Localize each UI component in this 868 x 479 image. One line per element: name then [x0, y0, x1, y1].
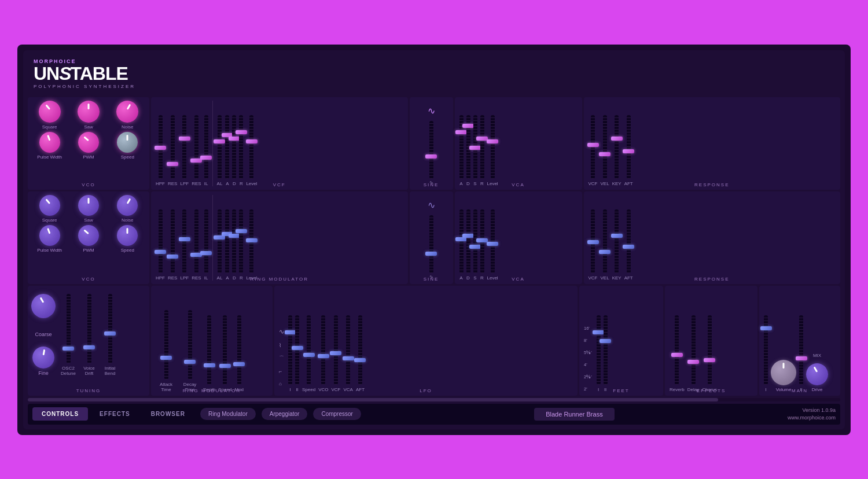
vco-saw-label: Saw	[84, 124, 93, 130]
vcf-level-fader: Level	[246, 115, 257, 186]
vco2-speed-knob[interactable]	[117, 225, 138, 246]
vca-row2-label: VCA	[455, 277, 582, 282]
response-row2-label: RESPONSE	[584, 277, 841, 282]
ringmod-section: Attack Time Decay Time Dep	[151, 286, 273, 396]
vco2-square-knob[interactable]	[39, 195, 60, 216]
vco2-pw-knob-item: Pulse Width	[31, 225, 68, 253]
vco-saw-knob-item: Saw	[70, 101, 106, 130]
vcf2-a-fader: A	[225, 209, 229, 281]
ringmod-speed-fader: Speed	[218, 315, 231, 392]
lfo-rand-sym: ⌂	[279, 381, 287, 386]
vco2-noise-knob[interactable]	[117, 195, 138, 216]
vca-d-fader: D	[466, 115, 470, 186]
drive-knob[interactable]	[806, 363, 828, 385]
vco-row2: Square Saw Noise Pulse Width	[28, 191, 149, 284]
vco-speed-knob-item: Speed	[109, 132, 146, 160]
resp-vcf-fader: VCF	[589, 115, 598, 186]
vco-pw-label: Pulse Width	[37, 154, 62, 160]
vca2-s-fader: S	[473, 209, 477, 281]
tuning-voice-fader: Voice Drift	[80, 294, 98, 376]
vcf-res1-fader: RES	[168, 115, 177, 186]
tuning-osc2-fader: OSC2 Detune	[59, 294, 78, 376]
vco-pwm-knob[interactable]	[78, 132, 99, 153]
vco2-square-label: Square	[42, 218, 57, 223]
vco2-pwm-label: PWM	[83, 248, 94, 253]
vco-square-knob[interactable]	[39, 101, 61, 123]
footer: CONTROLS EFFECTS BROWSER Ring Modulator …	[28, 404, 840, 425]
vco-noise-knob[interactable]	[116, 101, 138, 123]
pill-comp[interactable]: Compressor	[313, 408, 361, 420]
feet-2h-label: 2⅔'	[584, 374, 592, 379]
feet-4-label: 4'	[584, 362, 592, 367]
vcf-hpf-fader: HPF	[156, 115, 165, 186]
tab-browser[interactable]: BROWSER	[142, 407, 194, 421]
vcf-row2-label: RING MODULATOR	[151, 277, 408, 282]
lfo-section: ∿ ⌇ ⌒ ⌐ ⌂ I	[274, 286, 578, 396]
vcf2-res2-fader: RES	[192, 209, 201, 281]
vcf-r-fader: R	[239, 115, 243, 186]
fine-knob[interactable]	[32, 347, 54, 369]
resp2-vcf-fader: VCF	[589, 209, 598, 281]
tab-controls[interactable]: CONTROLS	[32, 407, 88, 421]
vca2-a-fader: A	[459, 209, 464, 281]
vco-speed-label: Speed	[121, 154, 134, 160]
vcf2-al-fader: AL	[217, 209, 223, 281]
main-i-fader: I	[764, 315, 768, 392]
resp2-aft-fader: AFT	[624, 209, 633, 281]
vcf2-res1-fader: RES	[168, 209, 177, 281]
vcf-res2-fader: RES	[192, 115, 201, 186]
vco2-saw-knob[interactable]	[78, 195, 99, 216]
sine-row2-label: SINE	[410, 277, 453, 282]
pill-ringmod[interactable]: Ring Modulator	[200, 408, 256, 420]
version-info: Version 1.0.9a www.morphoice.com	[788, 407, 836, 421]
vca-row2: A D S	[455, 191, 582, 284]
vco-pw-knob-item: Pulse Width	[31, 132, 68, 160]
tuning-label: TUNING	[28, 388, 149, 393]
pill-arp[interactable]: Arpeggiator	[262, 408, 308, 420]
vco-square-knob-item: Square	[31, 101, 68, 130]
vca2-level-fader: Level	[487, 209, 498, 281]
vco2-pw-knob[interactable]	[39, 225, 60, 246]
app-subtitle: POLYPHONIC SYNTHESIZER	[34, 84, 135, 89]
vco-row1-label: VCO	[28, 182, 149, 187]
lfo-ramp-sym: ⌇	[279, 342, 287, 348]
mix-label: MIX	[813, 353, 821, 358]
resp-key-fader: KEY	[612, 115, 621, 186]
tab-effects[interactable]: EFFECTS	[90, 407, 139, 421]
synth-main: Square Saw Noise Pulse Width	[28, 97, 840, 396]
vco-speed-knob[interactable]	[117, 132, 138, 153]
ringmod-decay-fader: Decay Time	[179, 310, 200, 392]
vco-noise-knob-item: Noise	[109, 101, 146, 130]
main-ii-fader: II	[799, 315, 803, 392]
vco-pwm-label: PWM	[83, 154, 94, 160]
response-row1: VCF VEL KEY	[584, 97, 841, 190]
vco-pw-knob[interactable]	[39, 132, 60, 153]
fine-label: Fine	[38, 370, 49, 376]
feet-8-label: 8'	[584, 338, 592, 343]
row3: Coarse Fine OSC2 Detune	[28, 286, 840, 396]
lfo-ii-fader: II	[295, 315, 299, 392]
effects-section: Reverb Delay Chorus	[665, 286, 757, 396]
header: MORPHOICE UNSTABLE POLYPHONIC SYNTHESIZE…	[28, 55, 840, 93]
vco-saw-knob[interactable]	[78, 101, 100, 123]
coarse-knob[interactable]	[31, 294, 56, 318]
vco2-noise-knob-item: Noise	[109, 195, 146, 223]
vcf-d-fader: D	[232, 115, 236, 186]
vcf-a-fader: A	[225, 115, 229, 186]
lfo-tri-sym: ⌒	[279, 355, 287, 362]
response-row1-label: RESPONSE	[584, 182, 841, 187]
vco-pwm-knob-item: PWM	[70, 132, 106, 160]
response-row2: VCF VEL KEY	[584, 191, 841, 284]
lfo-aft-fader: AFT	[356, 315, 365, 392]
preset-name[interactable]: Blade Runner Brass	[534, 408, 614, 421]
lfo-label: LFO	[274, 388, 578, 393]
ringmod-label: RING MODULATOR	[151, 388, 273, 393]
vco2-pw-label: Pulse Width	[37, 248, 62, 253]
lfo-speed-fader: Speed	[302, 315, 315, 392]
scrollbar[interactable]	[28, 398, 840, 401]
volume-knob[interactable]	[771, 360, 796, 385]
vcf-row1-label: VCF	[151, 182, 408, 187]
app-title: UNSTABLE	[34, 64, 135, 83]
feet-ii-fader: II	[604, 315, 608, 392]
vco2-pwm-knob[interactable]	[78, 225, 99, 246]
